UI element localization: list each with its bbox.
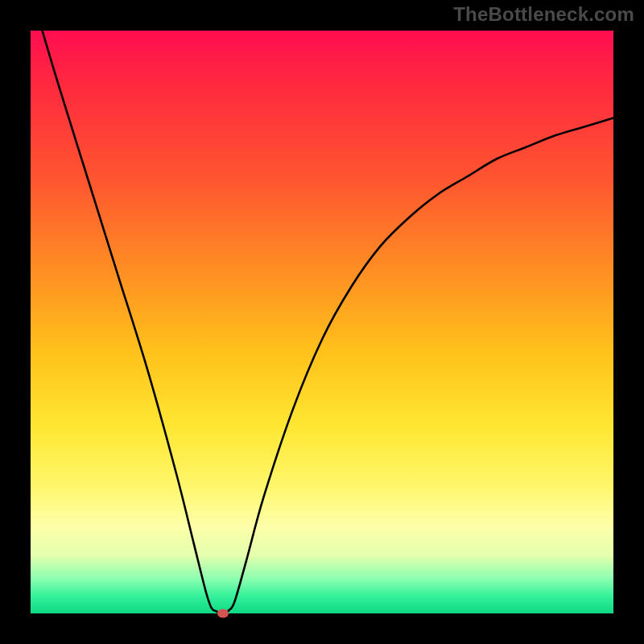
curve-left-branch — [42, 31, 220, 613]
plot-area — [31, 31, 613, 613]
bottleneck-curve — [31, 31, 613, 613]
curve-right-branch — [226, 118, 613, 613]
chart-frame: TheBottleneck.com — [0, 0, 644, 644]
attribution-watermark: TheBottleneck.com — [453, 3, 634, 26]
minimum-marker-dot — [217, 609, 229, 618]
